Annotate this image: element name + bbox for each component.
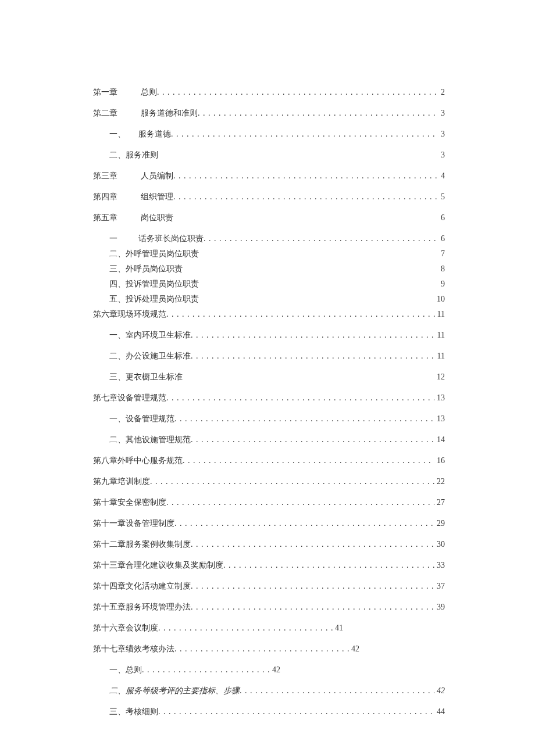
toc-page-number: 6 — [438, 234, 445, 243]
toc-entry: 一话务班长岗位职责6 — [93, 234, 445, 244]
toc-title: 二、办公设施卫生标准 — [109, 351, 191, 361]
toc-page-number: 42 — [270, 665, 280, 675]
toc-title: 四、投诉管理员岗位职责 — [109, 279, 199, 289]
toc-entry: 第八章外呼中心服务规范 16 — [93, 456, 445, 466]
toc-leader — [191, 331, 435, 340]
toc-entry: 第十三章合理化建议收集及奖励制度 33 — [93, 560, 445, 571]
toc-page-number: 11 — [435, 310, 445, 319]
toc-title: 三、更衣橱卫生标准 — [109, 372, 183, 382]
toc-page-number: 44 — [434, 707, 445, 716]
toc-title: 二、外呼管理员岗位职责 — [109, 249, 199, 259]
toc-entry: 五、投诉处理员岗位职责10 — [93, 294, 445, 304]
toc-leader — [166, 393, 434, 403]
toc-leader — [191, 603, 434, 612]
toc-page-number: 3 — [438, 151, 445, 160]
toc-page-number: 42 — [434, 686, 445, 696]
toc-entry: 第七章设备管理规范 13 — [93, 393, 445, 403]
toc-leader — [157, 88, 438, 97]
toc-leader — [191, 352, 435, 361]
toc-leader — [198, 109, 438, 118]
toc-page-number: 2 — [438, 88, 445, 97]
toc-page-number: 29 — [434, 519, 445, 528]
toc-leader — [150, 477, 434, 486]
toc-page-number: 27 — [434, 498, 445, 507]
toc-page-number: 7 — [438, 249, 445, 259]
toc-page-number: 42 — [349, 644, 359, 654]
toc-entry: 二、服务准则3 — [93, 150, 445, 160]
toc-leader — [183, 456, 434, 465]
toc-entry: 二、服务等级考评的主要指标、步骤42 — [93, 686, 445, 696]
toc-entry: 一、服务道德3 — [93, 129, 445, 139]
toc-title: 第十二章服务案例收集制度 — [93, 539, 191, 550]
toc-leader — [174, 414, 434, 424]
toc-entry: 二、外呼管理员岗位职责7 — [93, 249, 445, 259]
toc-title: 第十五章服务环境管理办法 — [93, 602, 191, 612]
toc-page-number: 16 — [434, 456, 445, 465]
toc-leader — [191, 435, 434, 445]
toc-title: 第十三章合理化建议收集及奖励制度 — [93, 560, 223, 571]
toc-page-number: 37 — [434, 582, 445, 591]
document-page: 第一章总则2第二章服务道德和准则3一、服务道德3二、服务准则3第三章人员编制4第… — [0, 0, 535, 756]
toc-leader — [223, 561, 434, 570]
toc-title: 人员编制 — [141, 171, 173, 181]
toc-leader — [166, 310, 435, 319]
toc-leader — [158, 707, 434, 716]
toc-entry: 三、考核细则44 — [93, 707, 445, 717]
toc-entry: 二、办公设施卫生标准11 — [93, 351, 445, 361]
toc-entry: 第六章现场环境规范 11 — [93, 309, 445, 320]
toc-title: 第十七章绩效考核办法 — [93, 644, 174, 654]
toc-entry: 第十六章会议制度41 — [93, 623, 445, 633]
toc-title: 五、投诉处理员岗位职责 — [109, 294, 199, 304]
toc-page-number: 6 — [438, 213, 445, 223]
toc-page-number: 14 — [434, 435, 445, 445]
toc-title: 二、服务准则 — [109, 150, 158, 160]
toc-title: 话务班长岗位职责 — [138, 234, 204, 244]
toc-entry: 二、其他设施管理规范14 — [93, 435, 445, 445]
toc-leader — [204, 234, 438, 243]
toc-page-number: 9 — [438, 280, 445, 289]
toc-title: 第十章安全保密制度 — [93, 497, 166, 508]
toc-title: 服务道德和准则 — [141, 108, 198, 119]
toc-page-number: 12 — [434, 372, 445, 382]
toc-title: 组织管理 — [141, 192, 173, 202]
toc-entry: 第一章总则2 — [93, 87, 445, 98]
toc-page-number: 13 — [434, 414, 445, 424]
toc-entry: 第九章培训制度 22 — [93, 476, 445, 487]
toc-page-number: 11 — [435, 331, 445, 340]
toc-entry: 一、总则 42 — [93, 665, 445, 675]
toc-entry: 一、室内环境卫生标准11 — [93, 330, 445, 341]
toc-entry: 第四章组织管理5 — [93, 192, 445, 202]
toc-title: 第十一章设备管理制度 — [93, 518, 174, 529]
toc-leader — [173, 171, 438, 181]
toc-entry: 第十一章设备管理制度 29 — [93, 518, 445, 529]
toc-label: 第一章 — [93, 87, 120, 98]
toc-title: 第九章培训制度 — [93, 476, 150, 487]
toc-title: 二、服务等级考评的主要指标、步骤 — [109, 686, 240, 696]
toc-leader — [166, 498, 434, 507]
toc-entry: 四、投诉管理员岗位职责9 — [93, 279, 445, 289]
toc-page-number: 4 — [438, 171, 445, 181]
toc-entry: 第十七章绩效考核办法 42 — [93, 644, 445, 654]
toc-title: 第七章设备管理规范 — [93, 393, 166, 403]
toc-label: 第二章 — [93, 108, 120, 119]
toc-leader — [173, 192, 438, 202]
toc-entry: 第五章岗位职责6 — [93, 213, 445, 223]
toc-title: 一、设备管理规范 — [109, 414, 174, 424]
toc-entry: 第三章人员编制4 — [93, 171, 445, 181]
toc-leader — [191, 540, 434, 549]
toc-label: 第三章 — [93, 171, 120, 181]
toc-title: 第八章外呼中心服务规范 — [93, 456, 183, 466]
table-of-contents: 第一章总则2第二章服务道德和准则3一、服务道德3二、服务准则3第三章人员编制4第… — [93, 87, 445, 717]
toc-title: 第十六章会议制度 — [93, 623, 158, 633]
toc-label: 第五章 — [93, 213, 120, 223]
toc-leader — [191, 582, 434, 591]
toc-title: 服务道德 — [138, 129, 171, 139]
toc-page-number: 3 — [438, 109, 445, 118]
toc-leader — [240, 686, 434, 696]
toc-page-number: 3 — [438, 130, 445, 139]
toc-leader — [142, 665, 270, 675]
toc-leader — [171, 130, 438, 139]
toc-title: 一、室内环境卫生标准 — [109, 330, 191, 341]
toc-entry: 三、外呼员岗位职责8 — [93, 264, 445, 274]
toc-page-number: 39 — [434, 603, 445, 612]
